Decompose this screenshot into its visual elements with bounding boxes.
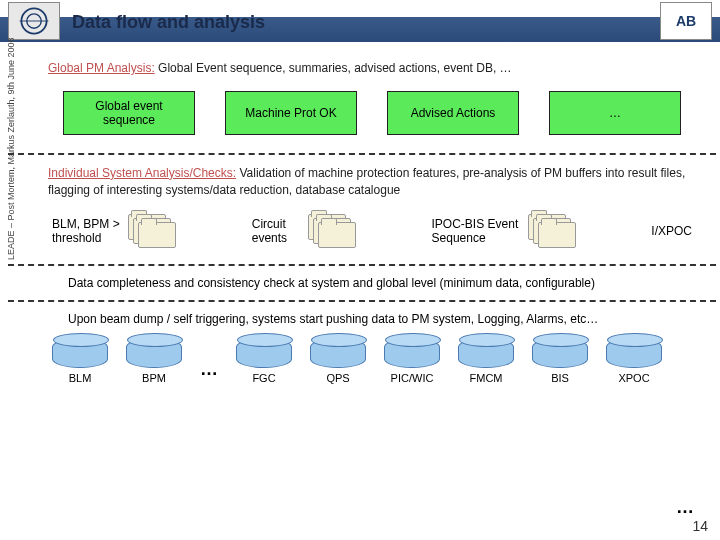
systems-row: BLM BPM … FGC QPS PIC/WIC FMCM BIS XPOC bbox=[48, 338, 696, 384]
item-ipoc-bis: IPOC-BIS Event Sequence bbox=[432, 214, 576, 248]
global-result-row: Global event sequence Machine Prot OK Ad… bbox=[48, 91, 696, 135]
box-global-event-sequence: Global event sequence bbox=[63, 91, 195, 135]
cyl-xpoc: XPOC bbox=[606, 338, 662, 384]
divider-2 bbox=[8, 264, 716, 266]
completeness-text: Data completeness and consistency check … bbox=[68, 276, 696, 290]
cyl-bis: BIS bbox=[532, 338, 588, 384]
box-advised-actions: Advised Actions bbox=[387, 91, 519, 135]
box-more: … bbox=[549, 91, 681, 135]
divider-3 bbox=[8, 300, 716, 302]
cyl-fmcm: FMCM bbox=[458, 338, 514, 384]
global-pm-text: Global PM Analysis: Global Event sequenc… bbox=[48, 60, 696, 77]
item-circuit-events: Circuit events bbox=[252, 214, 356, 248]
individual-analysis-text: Individual System Analysis/Checks: Valid… bbox=[48, 165, 696, 199]
page-number: 14 bbox=[692, 518, 708, 534]
item-blm-bpm: BLM, BPM > threshold bbox=[52, 214, 176, 248]
ab-logo: AB bbox=[660, 2, 712, 40]
divider-1 bbox=[8, 153, 716, 155]
cyl-blm: BLM bbox=[52, 338, 108, 384]
cyl-fgc: FGC bbox=[236, 338, 292, 384]
dots-icon: … bbox=[200, 359, 218, 384]
dots-right-icon: … bbox=[676, 497, 694, 518]
box-machine-prot-ok: Machine Prot OK bbox=[225, 91, 357, 135]
folder-icon bbox=[128, 214, 176, 248]
item-ixpoc: I/XPOC bbox=[651, 224, 692, 238]
cyl-bpm: BPM bbox=[126, 338, 182, 384]
push-text: Upon beam dump / self triggering, system… bbox=[68, 312, 696, 326]
result-items-row: BLM, BPM > threshold Circuit events IPOC… bbox=[48, 214, 696, 248]
folder-icon bbox=[528, 214, 576, 248]
cyl-qps: QPS bbox=[310, 338, 366, 384]
cyl-pic-wic: PIC/WIC bbox=[384, 338, 440, 384]
header-bar: Data flow and analysis AB bbox=[0, 0, 720, 42]
folder-icon bbox=[308, 214, 356, 248]
